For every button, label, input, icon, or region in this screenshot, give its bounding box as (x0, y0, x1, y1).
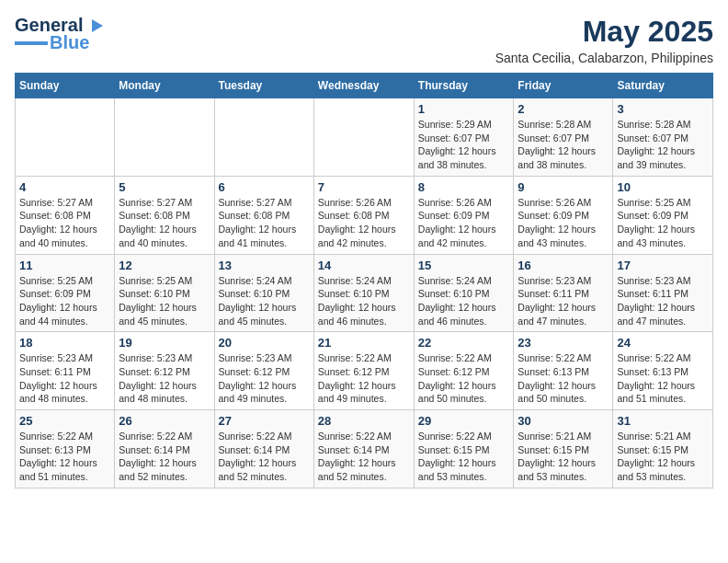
cell-day-number: 11 (19, 259, 110, 272)
calendar-cell: 10Sunrise: 5:25 AM Sunset: 6:09 PM Dayli… (613, 176, 713, 254)
cell-day-number: 8 (418, 180, 510, 194)
calendar-week-3: 11Sunrise: 5:25 AM Sunset: 6:09 PM Dayli… (16, 254, 713, 332)
cell-info: Sunrise: 5:22 AM Sunset: 6:13 PM Dayligh… (617, 351, 709, 406)
cell-info: Sunrise: 5:21 AM Sunset: 6:15 PM Dayligh… (617, 430, 709, 484)
cell-day-number: 13 (219, 259, 310, 272)
calendar-cell: 1Sunrise: 5:29 AM Sunset: 6:07 PM Daylig… (414, 98, 514, 177)
cell-info: Sunrise: 5:24 AM Sunset: 6:10 PM Dayligh… (318, 274, 410, 328)
day-header-saturday: Saturday (613, 74, 713, 98)
calendar-cell: 3Sunrise: 5:28 AM Sunset: 6:07 PM Daylig… (613, 98, 713, 177)
calendar-cell: 27Sunrise: 5:22 AM Sunset: 6:14 PM Dayli… (214, 410, 313, 488)
cell-info: Sunrise: 5:22 AM Sunset: 6:14 PM Dayligh… (119, 430, 210, 484)
day-header-friday: Friday (514, 74, 613, 98)
cell-info: Sunrise: 5:26 AM Sunset: 6:09 PM Dayligh… (418, 196, 510, 250)
cell-day-number: 21 (318, 336, 410, 350)
day-header-tuesday: Tuesday (214, 74, 313, 98)
cell-info: Sunrise: 5:25 AM Sunset: 6:09 PM Dayligh… (19, 274, 110, 328)
cell-day-number: 2 (518, 102, 609, 116)
calendar-cell: 8Sunrise: 5:26 AM Sunset: 6:09 PM Daylig… (414, 176, 514, 254)
calendar-cell: 14Sunrise: 5:24 AM Sunset: 6:10 PM Dayli… (313, 254, 414, 332)
cell-info: Sunrise: 5:22 AM Sunset: 6:15 PM Dayligh… (418, 430, 510, 484)
cell-day-number: 24 (617, 336, 709, 350)
cell-day-number: 25 (19, 414, 110, 428)
cell-day-number: 15 (418, 259, 510, 272)
calendar-cell: 12Sunrise: 5:25 AM Sunset: 6:10 PM Dayli… (115, 254, 214, 332)
subtitle: Santa Cecilia, Calabarzon, Philippines (495, 51, 713, 65)
cell-info: Sunrise: 5:24 AM Sunset: 6:10 PM Dayligh… (418, 274, 510, 328)
cell-info: Sunrise: 5:27 AM Sunset: 6:08 PM Dayligh… (119, 196, 210, 250)
cell-day-number: 6 (219, 180, 310, 194)
main-title: May 2025 (495, 15, 713, 49)
calendar-cell: 5Sunrise: 5:27 AM Sunset: 6:08 PM Daylig… (115, 176, 214, 254)
cell-info: Sunrise: 5:26 AM Sunset: 6:09 PM Dayligh… (518, 196, 609, 250)
cell-info: Sunrise: 5:26 AM Sunset: 6:08 PM Dayligh… (318, 196, 410, 250)
cell-day-number: 18 (19, 336, 110, 350)
cell-info: Sunrise: 5:22 AM Sunset: 6:14 PM Dayligh… (219, 430, 310, 484)
calendar-cell (313, 98, 414, 177)
calendar-cell: 9Sunrise: 5:26 AM Sunset: 6:09 PM Daylig… (514, 176, 613, 254)
cell-info: Sunrise: 5:23 AM Sunset: 6:11 PM Dayligh… (617, 274, 709, 328)
calendar-cell: 28Sunrise: 5:22 AM Sunset: 6:14 PM Dayli… (313, 410, 414, 488)
cell-day-number: 10 (617, 180, 709, 194)
calendar-body: 1Sunrise: 5:29 AM Sunset: 6:07 PM Daylig… (16, 98, 713, 488)
calendar-week-5: 25Sunrise: 5:22 AM Sunset: 6:13 PM Dayli… (16, 410, 713, 488)
title-area: May 2025 Santa Cecilia, Calabarzon, Phil… (495, 15, 713, 65)
header: General Blue May 2025 Santa Cecilia, Cal… (15, 15, 713, 65)
cell-info: Sunrise: 5:23 AM Sunset: 6:12 PM Dayligh… (119, 351, 210, 406)
calendar-cell: 23Sunrise: 5:22 AM Sunset: 6:13 PM Dayli… (514, 332, 613, 410)
calendar-cell: 17Sunrise: 5:23 AM Sunset: 6:11 PM Dayli… (613, 254, 713, 332)
calendar-cell: 15Sunrise: 5:24 AM Sunset: 6:10 PM Dayli… (414, 254, 514, 332)
calendar-cell: 13Sunrise: 5:24 AM Sunset: 6:10 PM Dayli… (214, 254, 313, 332)
calendar-cell: 25Sunrise: 5:22 AM Sunset: 6:13 PM Dayli… (16, 410, 115, 488)
cell-day-number: 20 (219, 336, 310, 350)
cell-day-number: 1 (418, 102, 510, 116)
cell-info: Sunrise: 5:27 AM Sunset: 6:08 PM Dayligh… (219, 196, 310, 250)
cell-day-number: 12 (119, 259, 210, 272)
calendar-cell: 26Sunrise: 5:22 AM Sunset: 6:14 PM Dayli… (115, 410, 214, 488)
day-header-monday: Monday (115, 74, 214, 98)
cell-day-number: 23 (518, 336, 609, 350)
calendar-cell: 30Sunrise: 5:21 AM Sunset: 6:15 PM Dayli… (514, 410, 613, 488)
calendar-cell: 24Sunrise: 5:22 AM Sunset: 6:13 PM Dayli… (613, 332, 713, 410)
calendar-cell: 20Sunrise: 5:23 AM Sunset: 6:12 PM Dayli… (214, 332, 313, 410)
cell-day-number: 22 (418, 336, 510, 350)
calendar: SundayMondayTuesdayWednesdayThursdayFrid… (15, 73, 713, 488)
calendar-cell (214, 98, 313, 177)
cell-info: Sunrise: 5:23 AM Sunset: 6:11 PM Dayligh… (19, 351, 110, 406)
cell-info: Sunrise: 5:22 AM Sunset: 6:13 PM Dayligh… (518, 351, 609, 406)
calendar-cell (16, 98, 115, 177)
cell-day-number: 27 (219, 414, 310, 428)
cell-info: Sunrise: 5:28 AM Sunset: 6:07 PM Dayligh… (617, 118, 709, 172)
day-header-thursday: Thursday (414, 74, 514, 98)
day-header-wednesday: Wednesday (313, 74, 414, 98)
calendar-cell: 22Sunrise: 5:22 AM Sunset: 6:12 PM Dayli… (414, 332, 514, 410)
calendar-header-row: SundayMondayTuesdayWednesdayThursdayFrid… (16, 74, 713, 98)
cell-info: Sunrise: 5:24 AM Sunset: 6:10 PM Dayligh… (219, 274, 310, 328)
cell-info: Sunrise: 5:22 AM Sunset: 6:14 PM Dayligh… (318, 430, 410, 484)
cell-day-number: 14 (318, 259, 410, 272)
calendar-cell: 21Sunrise: 5:22 AM Sunset: 6:12 PM Dayli… (313, 332, 414, 410)
cell-day-number: 28 (318, 414, 410, 428)
cell-day-number: 19 (119, 336, 210, 350)
calendar-week-4: 18Sunrise: 5:23 AM Sunset: 6:11 PM Dayli… (16, 332, 713, 410)
cell-info: Sunrise: 5:28 AM Sunset: 6:07 PM Dayligh… (518, 118, 609, 172)
logo-bar (15, 41, 48, 45)
cell-day-number: 30 (518, 414, 609, 428)
cell-day-number: 17 (617, 259, 709, 272)
logo: General Blue (15, 15, 105, 53)
cell-info: Sunrise: 5:27 AM Sunset: 6:08 PM Dayligh… (19, 196, 110, 250)
cell-day-number: 7 (318, 180, 410, 194)
calendar-cell: 16Sunrise: 5:23 AM Sunset: 6:11 PM Dayli… (514, 254, 613, 332)
calendar-cell: 11Sunrise: 5:25 AM Sunset: 6:09 PM Dayli… (16, 254, 115, 332)
cell-info: Sunrise: 5:22 AM Sunset: 6:13 PM Dayligh… (19, 430, 110, 484)
cell-info: Sunrise: 5:25 AM Sunset: 6:10 PM Dayligh… (119, 274, 210, 328)
cell-day-number: 26 (119, 414, 210, 428)
cell-info: Sunrise: 5:23 AM Sunset: 6:11 PM Dayligh… (518, 274, 609, 328)
cell-info: Sunrise: 5:25 AM Sunset: 6:09 PM Dayligh… (617, 196, 709, 250)
calendar-cell: 31Sunrise: 5:21 AM Sunset: 6:15 PM Dayli… (613, 410, 713, 488)
cell-info: Sunrise: 5:23 AM Sunset: 6:12 PM Dayligh… (219, 351, 310, 406)
logo-blue: Blue (50, 32, 89, 53)
svg-marker-0 (92, 19, 103, 32)
cell-info: Sunrise: 5:22 AM Sunset: 6:12 PM Dayligh… (318, 351, 410, 406)
cell-day-number: 16 (518, 259, 609, 272)
